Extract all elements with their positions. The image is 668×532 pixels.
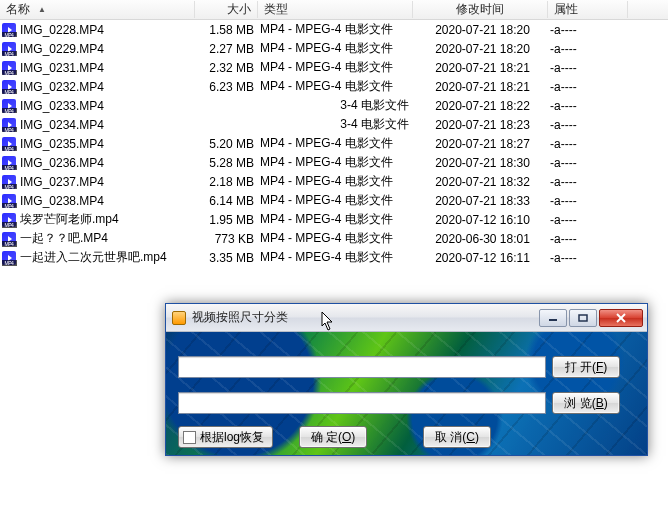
file-mtime: 2020-07-21 18:20 xyxy=(415,23,550,37)
file-name: IMG_0237.MP4 xyxy=(20,175,104,189)
file-type: MP4 - MPEG-4 电影文件 xyxy=(260,154,415,171)
table-row[interactable]: IMG_0238.MP46.14 MBMP4 - MPEG-4 电影文件2020… xyxy=(0,191,668,210)
restore-log-checkbox[interactable]: 根据log恢复 xyxy=(178,426,273,448)
browse-button[interactable]: 浏 览(B) xyxy=(552,392,620,414)
file-attr: -a---- xyxy=(550,80,630,94)
file-attr: -a---- xyxy=(550,156,630,170)
titlebar[interactable]: 视频按照尺寸分类 xyxy=(166,304,647,332)
file-type: MP4 - MPEG-4 电影文件 xyxy=(260,192,415,209)
file-size: 2.27 MB xyxy=(197,42,260,56)
file-name: IMG_0238.MP4 xyxy=(20,194,104,208)
video-file-icon xyxy=(2,137,16,151)
open-button[interactable]: 打 开(F) xyxy=(552,356,620,378)
file-attr: -a---- xyxy=(550,99,630,113)
file-name: IMG_0233.MP4 xyxy=(20,99,104,113)
video-file-icon xyxy=(2,23,16,37)
table-row[interactable]: IMG_0236.MP45.28 MBMP4 - MPEG-4 电影文件2020… xyxy=(0,153,668,172)
svg-rect-1 xyxy=(579,315,587,321)
table-row[interactable]: IMG_0233.MP43-4 电影文件2020-07-21 18:22-a--… xyxy=(0,96,668,115)
file-mtime: 2020-07-21 18:21 xyxy=(415,80,550,94)
file-type: 3-4 电影文件 xyxy=(260,97,415,114)
file-attr: -a---- xyxy=(550,61,630,75)
file-type: MP4 - MPEG-4 电影文件 xyxy=(260,21,415,38)
video-file-icon xyxy=(2,194,16,208)
video-file-icon xyxy=(2,61,16,75)
file-name: IMG_0228.MP4 xyxy=(20,23,104,37)
file-list: 名称 ▲ 大小 类型 修改时间 属性 IMG_0228.MP41.58 MBMP… xyxy=(0,0,668,267)
header-type[interactable]: 类型 xyxy=(258,1,413,18)
column-headers: 名称 ▲ 大小 类型 修改时间 属性 xyxy=(0,0,668,20)
file-attr: -a---- xyxy=(550,251,630,265)
file-size: 5.20 MB xyxy=(197,137,260,151)
file-size: 6.14 MB xyxy=(197,194,260,208)
file-size: 3.35 MB xyxy=(197,251,260,265)
file-mtime: 2020-07-21 18:27 xyxy=(415,137,550,151)
app-icon xyxy=(172,311,186,325)
file-mtime: 2020-06-30 18:01 xyxy=(415,232,550,246)
file-mtime: 2020-07-21 18:32 xyxy=(415,175,550,189)
file-mtime: 2020-07-12 16:11 xyxy=(415,251,550,265)
video-file-icon xyxy=(2,156,16,170)
path-input-1[interactable] xyxy=(178,356,546,378)
sort-asc-icon: ▲ xyxy=(38,5,46,14)
minimize-icon xyxy=(548,314,558,322)
file-type: MP4 - MPEG-4 电影文件 xyxy=(260,78,415,95)
video-file-icon xyxy=(2,80,16,94)
video-file-icon xyxy=(2,232,16,246)
video-file-icon xyxy=(2,42,16,56)
file-size: 2.32 MB xyxy=(197,61,260,75)
file-size: 2.18 MB xyxy=(197,175,260,189)
video-file-icon xyxy=(2,99,16,113)
table-row[interactable]: 埃罗芒阿老师.mp41.95 MBMP4 - MPEG-4 电影文件2020-0… xyxy=(0,210,668,229)
file-mtime: 2020-07-21 18:23 xyxy=(415,118,550,132)
file-type: MP4 - MPEG-4 电影文件 xyxy=(260,173,415,190)
header-name[interactable]: 名称 ▲ xyxy=(0,1,195,18)
checkbox-icon xyxy=(183,431,196,444)
file-size: 6.23 MB xyxy=(197,80,260,94)
file-type: MP4 - MPEG-4 电影文件 xyxy=(260,230,415,247)
maximize-icon xyxy=(578,314,588,322)
header-size[interactable]: 大小 xyxy=(195,1,258,18)
cancel-button[interactable]: 取 消(C) xyxy=(423,426,491,448)
file-name: IMG_0235.MP4 xyxy=(20,137,104,151)
maximize-button[interactable] xyxy=(569,309,597,327)
file-mtime: 2020-07-21 18:21 xyxy=(415,61,550,75)
file-attr: -a---- xyxy=(550,118,630,132)
file-mtime: 2020-07-21 18:22 xyxy=(415,99,550,113)
table-row[interactable]: IMG_0231.MP42.32 MBMP4 - MPEG-4 电影文件2020… xyxy=(0,58,668,77)
dialog-title: 视频按照尺寸分类 xyxy=(192,309,539,326)
table-row[interactable]: IMG_0235.MP45.20 MBMP4 - MPEG-4 电影文件2020… xyxy=(0,134,668,153)
file-size: 1.95 MB xyxy=(197,213,260,227)
video-file-icon xyxy=(2,213,16,227)
header-name-label: 名称 xyxy=(6,1,30,18)
classify-dialog: 视频按照尺寸分类 打 开(F) 浏 览(B) xyxy=(165,303,648,456)
header-attr[interactable]: 属性 xyxy=(548,1,628,18)
table-row[interactable]: IMG_0228.MP41.58 MBMP4 - MPEG-4 电影文件2020… xyxy=(0,20,668,39)
file-attr: -a---- xyxy=(550,232,630,246)
file-size: 773 KB xyxy=(197,232,260,246)
video-file-icon xyxy=(2,251,16,265)
file-type: 3-4 电影文件 xyxy=(260,116,415,133)
file-size: 5.28 MB xyxy=(197,156,260,170)
table-row[interactable]: IMG_0232.MP46.23 MBMP4 - MPEG-4 电影文件2020… xyxy=(0,77,668,96)
table-row[interactable]: IMG_0234.MP43-4 电影文件2020-07-21 18:23-a--… xyxy=(0,115,668,134)
file-attr: -a---- xyxy=(550,137,630,151)
file-attr: -a---- xyxy=(550,175,630,189)
video-file-icon xyxy=(2,175,16,189)
file-mtime: 2020-07-21 18:33 xyxy=(415,194,550,208)
close-button[interactable] xyxy=(599,309,643,327)
file-type: MP4 - MPEG-4 电影文件 xyxy=(260,135,415,152)
restore-log-label: 根据log恢复 xyxy=(200,429,264,446)
file-attr: -a---- xyxy=(550,213,630,227)
header-mtime[interactable]: 修改时间 xyxy=(413,1,548,18)
table-row[interactable]: IMG_0237.MP42.18 MBMP4 - MPEG-4 电影文件2020… xyxy=(0,172,668,191)
table-row[interactable]: 一起？？吧.MP4773 KBMP4 - MPEG-4 电影文件2020-06-… xyxy=(0,229,668,248)
file-attr: -a---- xyxy=(550,23,630,37)
path-input-2[interactable] xyxy=(178,392,546,414)
table-row[interactable]: 一起进入二次元世界吧.mp43.35 MBMP4 - MPEG-4 电影文件20… xyxy=(0,248,668,267)
file-name: 一起进入二次元世界吧.mp4 xyxy=(20,249,167,266)
ok-button[interactable]: 确 定(O) xyxy=(299,426,367,448)
minimize-button[interactable] xyxy=(539,309,567,327)
file-attr: -a---- xyxy=(550,42,630,56)
table-row[interactable]: IMG_0229.MP42.27 MBMP4 - MPEG-4 电影文件2020… xyxy=(0,39,668,58)
